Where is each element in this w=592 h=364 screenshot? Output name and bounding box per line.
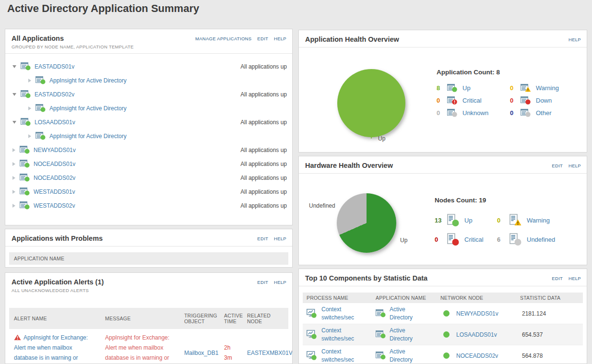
network-node-link[interactable]: LOSAADDS01v (456, 331, 497, 338)
process-link[interactable]: Context switches/sec (321, 327, 368, 342)
application-icon (376, 330, 386, 339)
node-status: All applications up (240, 188, 287, 195)
edit-link[interactable]: EDIT (552, 276, 563, 281)
help-link[interactable]: HELP (274, 236, 286, 241)
hardware-health-pie[interactable] (337, 193, 396, 253)
application-icon (36, 132, 46, 140)
application-icon (20, 174, 30, 182)
node-up-status-icon (443, 310, 450, 317)
application-icon (21, 62, 31, 70)
node-link[interactable]: NOCEADDS02v (34, 175, 75, 181)
application-icon (20, 188, 30, 196)
legend-critical-link[interactable]: Critical (464, 236, 484, 243)
node-link[interactable]: EASTADDS01v (35, 63, 74, 70)
edit-link[interactable]: EDIT (257, 236, 268, 241)
application-icon (20, 201, 30, 210)
column-header: ACTIVE TIME (219, 311, 242, 326)
edit-link[interactable]: EDIT (257, 280, 268, 285)
top-components-panel: Top 10 Components by Statistic Data EDIT… (298, 269, 587, 364)
active-time: 2h 3m (219, 339, 242, 364)
tree-child-row[interactable]: AppInsight for Active Directory (5, 73, 292, 87)
node-link[interactable]: LOSAADDS01v (35, 119, 75, 126)
node-status: All applications up (240, 119, 287, 126)
legend-other-link[interactable]: Other (536, 109, 552, 117)
manage-applications-link[interactable]: MANAGE APPLICATIONS (195, 36, 251, 41)
tree-node-row[interactable]: NOCEADDS01v All applications up (5, 157, 292, 171)
legend-down-link[interactable]: Down (536, 97, 552, 104)
app-status-warning-icon (521, 84, 531, 92)
application-icon (20, 160, 30, 168)
application-link[interactable]: Active Directory (390, 327, 428, 342)
caret-down-icon[interactable] (12, 121, 16, 124)
appinsight-link[interactable]: AppInsight for Active Directory (49, 77, 127, 84)
application-icon (21, 90, 31, 98)
node-link[interactable]: WESTADDS02v (34, 202, 75, 209)
node-link[interactable]: EASTADDS02v (35, 91, 74, 98)
tree-child-row[interactable]: AppInsight for Active Directory (5, 129, 292, 143)
tree-node-row[interactable]: NEWYADDS01v All applications up (5, 143, 292, 157)
node-link[interactable]: NEWYADDS01v (34, 147, 76, 153)
help-link[interactable]: HELP (274, 280, 286, 285)
panel-subtitle: GROUPED BY NODE NAME, APPLICATION TEMPLA… (12, 44, 286, 49)
node-status-undefined-icon (509, 233, 522, 246)
edit-link[interactable]: EDIT (552, 163, 563, 168)
app-status-critical-icon (447, 96, 458, 105)
column-header: NETWORK NODE (440, 295, 520, 301)
caret-right-icon[interactable] (12, 204, 15, 208)
legend-warning-link[interactable]: Warning (527, 217, 550, 224)
help-link[interactable]: HELP (568, 163, 581, 168)
process-link[interactable]: Context switches/sec (321, 348, 368, 363)
legend-up-link[interactable]: Up (464, 217, 473, 224)
legend-warning-link[interactable]: Warning (536, 84, 559, 92)
node-link[interactable]: WESTADDS01v (34, 188, 75, 195)
tree-node-row[interactable]: EASTADDS01v All applications up (5, 59, 292, 73)
alerts-table-header: ALERT NAME MESSAGE TRIGGERING OBJECT ACT… (9, 308, 288, 329)
application-link[interactable]: Active Directory (390, 305, 428, 321)
caret-right-icon[interactable] (28, 106, 31, 110)
appinsight-link[interactable]: AppInsight for Active Directory (49, 105, 127, 112)
network-node-link[interactable]: NEWYADDS01v (456, 310, 498, 317)
tree-node-row[interactable]: WESTADDS02v All applications up (5, 199, 292, 212)
caret-down-icon[interactable] (12, 93, 16, 96)
help-link[interactable]: HELP (568, 276, 581, 281)
alert-name-link[interactable]: AppInsight for Exchange: Alert me when m… (14, 334, 88, 364)
legend-critical-link[interactable]: Critical (462, 97, 482, 104)
statistic-value: 2181.124 (520, 310, 578, 317)
related-node-link[interactable]: EASTEXMBX01V (247, 350, 293, 356)
component-row: Context switches/sec Active Directory NE… (303, 303, 583, 324)
column-header: APPLICATION NAME (14, 256, 64, 261)
component-row: Context switches/sec Active Directory NO… (303, 345, 583, 364)
application-health-pie[interactable] (337, 69, 405, 137)
column-header: TRIGGERING OBJECT (179, 311, 219, 326)
caret-right-icon[interactable] (12, 176, 15, 180)
application-link[interactable]: Active Directory (390, 348, 428, 363)
legend-undefined-link[interactable]: Undefined (527, 236, 555, 243)
edit-link[interactable]: EDIT (257, 36, 268, 41)
appinsight-link[interactable]: AppInsight for Active Directory (49, 133, 127, 140)
legend-unknown-link[interactable]: Unknown (462, 109, 488, 117)
caret-right-icon[interactable] (12, 190, 15, 194)
application-count: Application Count: 8 (437, 69, 587, 76)
tree-node-row[interactable]: LOSAADDS01v All applications up (5, 115, 292, 129)
tree-node-row[interactable]: WESTADDS01v All applications up (5, 185, 292, 199)
legend-up-link[interactable]: Up (462, 84, 471, 92)
caret-right-icon[interactable] (28, 134, 31, 138)
tree-node-row[interactable]: NOCEADDS02v All applications up (5, 171, 292, 185)
tree-child-row[interactable]: AppInsight for Active Directory (5, 101, 292, 115)
caret-right-icon[interactable] (12, 148, 15, 152)
network-node-link[interactable]: NOCEADDS02v (456, 352, 498, 359)
caret-right-icon[interactable] (12, 162, 15, 166)
node-link[interactable]: NOCEADDS01v (34, 161, 75, 167)
help-link[interactable]: HELP (568, 37, 581, 42)
caret-down-icon[interactable] (12, 65, 16, 68)
process-link[interactable]: Context switches/sec (321, 305, 368, 321)
caret-right-icon[interactable] (28, 79, 31, 82)
tree-node-row[interactable]: EASTADDS02v All applications up (5, 87, 292, 101)
triggering-object-link[interactable]: Mailbox_DB1 (184, 350, 218, 356)
column-header: APPLICATION NAME (376, 295, 440, 301)
statistic-value: 654.537 (520, 331, 578, 338)
node-status-critical-icon (447, 233, 460, 246)
page-title: Active Directory Application Summary (7, 2, 199, 15)
help-link[interactable]: HELP (274, 36, 286, 41)
column-header: RELATED NODE (242, 311, 288, 326)
